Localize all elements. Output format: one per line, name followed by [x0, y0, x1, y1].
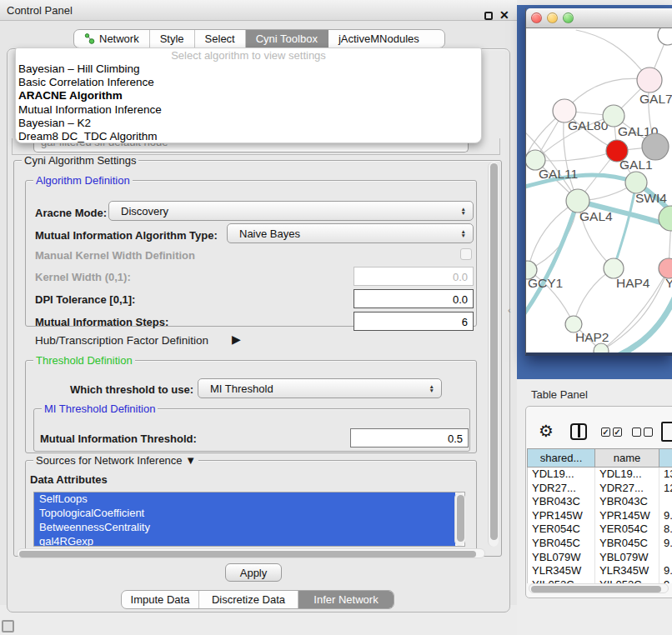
dropdown-item[interactable]: Basic Correlation Inference [16, 76, 481, 89]
hub-definition-label[interactable]: Hub/Transcription Factor Definition [35, 334, 208, 347]
table-cell[interactable]: 12 [659, 482, 672, 496]
network-edge-thick[interactable] [619, 290, 672, 352]
table-row[interactable]: YLR345WYLR345W9. [528, 564, 672, 578]
column-header-partial[interactable]: A [659, 449, 672, 467]
table-cell[interactable]: YDR27... [595, 482, 659, 496]
table-cell[interactable]: YPR145W [528, 509, 595, 523]
dpi-tolerance-field[interactable]: 0.0 [354, 289, 474, 308]
attribute-list-scrollbar[interactable] [454, 492, 465, 546]
network-edge[interactable] [528, 201, 578, 270]
tab-infer-network[interactable]: Infer Network [298, 591, 394, 608]
aracne-mode-combobox[interactable]: Discovery ▲▼ [108, 201, 474, 221]
table-cell[interactable]: 9. [659, 509, 672, 523]
table-cell[interactable]: YLR345W [528, 564, 595, 578]
table-row[interactable]: YDL19...YDL19...13 [528, 468, 672, 482]
close-icon[interactable]: ✕ [499, 8, 509, 22]
table-row[interactable]: YDR27...YDR27...12 [528, 482, 672, 496]
attribute-list-item[interactable]: gal4RGexp [34, 535, 455, 547]
checked-checkbox-icon[interactable]: ✓ [613, 428, 622, 437]
table-cell[interactable]: YBR045C [528, 537, 595, 551]
network-edge[interactable] [576, 30, 649, 80]
unchecked-checkbox-icon[interactable] [632, 428, 641, 437]
zoom-traffic-light-icon[interactable] [563, 12, 574, 23]
tab-jactivemnodules[interactable]: jActiveMNodules [328, 30, 429, 48]
dropdown-item[interactable]: Bayesian – Hill Climbing [16, 62, 481, 76]
table-horizontal-scrollbar[interactable] [529, 583, 669, 593]
minimize-traffic-light-icon[interactable] [547, 12, 558, 23]
data-attributes-list[interactable]: SelfLoopsTopologicalCoefficientBetweenne… [33, 492, 465, 547]
tab-impute-data[interactable]: Impute Data [122, 591, 199, 608]
which-threshold-combobox[interactable]: MI Threshold ▲▼ [198, 378, 442, 398]
checked-checkbox-icon[interactable]: ✓ [601, 428, 610, 437]
attribute-list-item[interactable]: BetweennessCentrality [34, 521, 455, 535]
kernel-width-field[interactable]: 0.0 [354, 267, 474, 286]
network-node-GAL7[interactable] [637, 68, 662, 92]
columns-icon[interactable] [570, 423, 587, 440]
table-cell[interactable]: YER054C [528, 522, 595, 537]
table-row[interactable]: YBR043CYBR043C [528, 495, 672, 509]
document-icon[interactable] [661, 422, 672, 442]
panel-splitter-handle[interactable]: ‹ [508, 305, 511, 315]
table-cell[interactable]: 9. [659, 537, 672, 551]
table-cell[interactable]: YDL19... [595, 468, 659, 482]
network-node-node-top[interactable] [658, 28, 672, 45]
settings-vertical-scrollbar[interactable] [488, 162, 499, 547]
table-cell[interactable]: 8. [659, 522, 672, 537]
network-edge-thick[interactable] [526, 201, 578, 318]
table-cell[interactable] [659, 495, 672, 509]
network-edge[interactable] [535, 151, 617, 161]
mi-type-combobox[interactable]: Naive Bayes ▲▼ [227, 223, 474, 243]
corner-widget[interactable] [2, 620, 14, 632]
network-edge[interactable] [528, 201, 578, 270]
attribute-list-item[interactable]: SelfLoops [34, 492, 455, 507]
unchecked-checkbox-icon[interactable] [644, 428, 653, 437]
network-node-green-big[interactable] [659, 206, 672, 231]
attribute-list-item[interactable]: TopologicalCoefficient [34, 507, 455, 521]
tab-network[interactable]: Network [74, 30, 150, 48]
table-cell[interactable]: YBL079W [528, 551, 595, 565]
apply-button[interactable]: Apply [225, 563, 282, 582]
settings-horizontal-scrollbar[interactable] [17, 548, 485, 558]
column-header-shared-name[interactable]: shared... [528, 449, 595, 467]
network-edge-thick[interactable] [614, 182, 636, 268]
network-edge[interactable] [564, 78, 649, 111]
dropdown-item[interactable]: Bayesian – K2 [16, 117, 481, 130]
table-row[interactable]: YBL079WYBL079W [528, 551, 672, 565]
dropdown-item[interactable]: Mutual Information Inference [16, 103, 481, 117]
network-canvas[interactable]: GAL7GAL80GAL10GAL1GAL11SWI4GAL4GCY1HAP4Y… [526, 28, 672, 352]
network-node-gray-node[interactable] [642, 133, 669, 160]
sources-legend[interactable]: Sources for Network Inference ▼ [33, 454, 198, 467]
column-header-name[interactable]: name [595, 449, 659, 467]
table-cell[interactable]: YLR345W [595, 564, 659, 578]
table-cell[interactable]: YBR043C [528, 495, 595, 509]
dropdown-item[interactable]: ARACNE Algorithm [16, 89, 481, 102]
network-node-node-bottom[interactable] [594, 343, 609, 352]
hub-expand-arrow-icon[interactable]: ▶ [232, 332, 241, 346]
close-traffic-light-icon[interactable] [531, 12, 542, 23]
mi-threshold-field[interactable]: 0.5 [350, 428, 469, 448]
table-row[interactable]: YER054CYER054C8. [528, 522, 672, 537]
manual-kernel-checkbox[interactable] [460, 248, 472, 260]
float-window-icon[interactable] [484, 12, 493, 20]
tab-select[interactable]: Select [195, 30, 246, 48]
dropdown-item[interactable]: Dream8 DC_TDC Algorithm [16, 130, 481, 143]
tab-cyni-toolbox[interactable]: Cyni Toolbox [246, 30, 328, 48]
table-cell[interactable]: YER054C [595, 522, 659, 537]
table-cell[interactable]: YBL079W [595, 551, 659, 565]
control-panel-titlebar[interactable]: Control Panel [0, 0, 517, 21]
table-cell[interactable]: YBR043C [595, 495, 659, 509]
table-cell[interactable]: YBR045C [595, 537, 659, 551]
network-window-titlebar[interactable] [526, 8, 672, 28]
table-cell[interactable]: YDR27... [528, 482, 595, 496]
table-row[interactable]: YBR045CYBR045C9. [528, 537, 672, 551]
table-cell[interactable]: YDL19... [528, 468, 595, 482]
table-cell[interactable]: 13 [659, 468, 672, 482]
table-cell[interactable]: 9. [659, 564, 672, 578]
tab-discretize-data[interactable]: Discretize Data [199, 591, 298, 608]
table-cell[interactable] [659, 551, 672, 565]
table-cell[interactable]: YPR145W [595, 509, 659, 523]
table-row[interactable]: YPR145WYPR145W9. [528, 509, 672, 523]
mi-steps-field[interactable]: 6 [354, 312, 474, 331]
gear-icon[interactable]: ⚙ [539, 421, 554, 441]
tab-style[interactable]: Style [150, 30, 195, 48]
